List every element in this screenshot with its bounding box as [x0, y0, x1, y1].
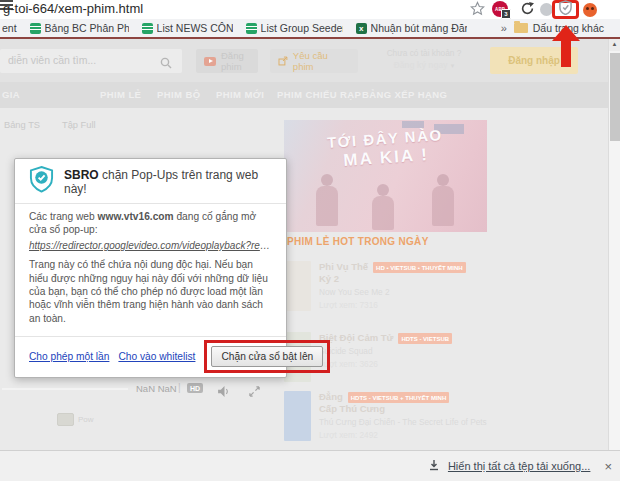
- orange-extension-icon[interactable]: [583, 3, 597, 17]
- site-header: Đăng phim Yêu cầu phim Chưa có tài khoản…: [0, 39, 608, 82]
- bookmark-item[interactable]: Bảng BC Phân Phối C: [30, 22, 129, 34]
- blocked-popup-url[interactable]: https://redirector.googlevideo.com/video…: [29, 239, 272, 252]
- download-icon: [428, 457, 440, 475]
- request-button-label: Yêu cầu phim: [293, 50, 350, 72]
- shield-check-icon: [29, 166, 54, 197]
- movie-list-item[interactable]: ĐẳngHDTS - VIETSUB + THUYẾT MINH Cấp Thú…: [284, 391, 490, 441]
- search-input[interactable]: [0, 49, 152, 66]
- bookmark-label: List Group Seeder - G: [261, 22, 343, 34]
- refresh-extension-icon[interactable]: [521, 2, 534, 15]
- nav-item-bang-xep-hang[interactable]: BẢNG XẾP HẠNG: [362, 82, 447, 108]
- movie-title: Phi Vụ Thế: [319, 261, 368, 273]
- block-popup-button[interactable]: Chặn cửa sổ bật lên: [211, 346, 323, 367]
- movie-subtitle: Now You See Me 2: [319, 287, 490, 298]
- close-downloads-bar-button[interactable]: ×: [604, 459, 612, 474]
- excel-icon: x: [356, 23, 367, 34]
- bookmark-label: ent: [2, 22, 17, 34]
- banner-title: TỚI ĐÂY NÀO MA KIA !: [284, 123, 487, 175]
- sheets-icon: [246, 23, 257, 34]
- banner-figure: [316, 186, 338, 226]
- tab-bang-ts[interactable]: Bảng TS: [4, 120, 40, 130]
- arrow-shaft: [561, 41, 571, 67]
- scrollbar[interactable]: [608, 39, 620, 450]
- quality-badge: HDTS - VIETSUB + THUYẾT MINH: [348, 392, 450, 403]
- browser-toolbar: g-toi-664/xem-phim.html ABP 3: [0, 0, 620, 19]
- show-all-downloads-link[interactable]: Hiển thị tất cả tệp tải xuống...: [448, 460, 590, 472]
- nav-item-phim-chieu-rap[interactable]: PHIM CHIẾU RẠP: [277, 82, 361, 108]
- arrow-head: [552, 25, 580, 41]
- whitelist-link[interactable]: Cho vào whitelist: [118, 351, 195, 362]
- video-player-controls: NaN NaN | HD: [0, 381, 284, 397]
- movie-thumbnail: [284, 261, 311, 311]
- popup-blocker-dialog: SBRO chặn Pop-Ups trên trang web này! Cá…: [14, 158, 287, 378]
- site-nav: GIA PHIM LẺ PHIM BỘ PHIM MỚI PHIM CHIẾU …: [0, 82, 608, 108]
- quality-badge: HD • VIETSUB • THUYẾT MINH: [373, 262, 466, 273]
- upload-movie-button[interactable]: Đăng phim: [196, 49, 258, 73]
- popup-warning-text: Trang này có thể chứa nội dung độc hại. …: [29, 258, 272, 325]
- search-icon[interactable]: [160, 55, 172, 73]
- watermark-logo: [57, 413, 74, 426]
- bookmark-label: List NEWS CÔNG NG: [157, 22, 233, 34]
- downloads-bar: Hiển thị tất cả tệp tải xuống... ×: [0, 450, 620, 481]
- search-field[interactable]: [0, 49, 182, 73]
- player-divider: |: [178, 382, 181, 393]
- bookmark-item[interactable]: List NEWS CÔNG NG: [142, 22, 233, 34]
- banner-figure: [372, 196, 394, 230]
- movie-views: Lượt xem: 7316: [319, 300, 490, 311]
- sheets-icon: [30, 23, 41, 34]
- account-question: Chưa có tài khoản ?: [372, 47, 476, 59]
- caret-down-icon: [451, 62, 455, 69]
- movie-title: Đẳng: [319, 391, 343, 403]
- hot-movie-banner[interactable]: TỚI ĐÂY NÀO MA KIA !: [284, 120, 487, 232]
- progress-bar[interactable]: [2, 388, 128, 390]
- blocked-site-name: www.vtv16.com: [98, 211, 174, 222]
- annotation-arrow-up: [552, 25, 580, 67]
- allow-once-link[interactable]: Cho phép một lần: [29, 351, 109, 362]
- scrollbar-thumb[interactable]: [610, 53, 620, 141]
- bookmark-item[interactable]: List Group Seeder - G: [246, 22, 343, 34]
- movie-thumbnail: [284, 391, 311, 441]
- register-link[interactable]: Đăng ký ngay: [394, 60, 448, 70]
- movie-subtitle: Thú Cưng Đại Chiến - The Secret Life of …: [319, 417, 490, 428]
- sheets-icon: [142, 23, 153, 34]
- nav-item-phim-le[interactable]: PHIM LẺ: [100, 82, 141, 108]
- annotation-box-block-button: Chặn cửa sổ bật lên: [204, 340, 330, 373]
- popup-brand: SBRO: [64, 168, 99, 182]
- section-heading: PHIM LẺ HOT TRONG NGÀY: [287, 236, 429, 247]
- adblock-extension-icon[interactable]: ABP 3: [492, 1, 508, 17]
- bookmark-label: Bảng BC Phân Phối C: [45, 22, 129, 34]
- page-top-divider: [0, 37, 620, 39]
- bookmark-item[interactable]: ent: [2, 22, 17, 34]
- popup-body-prefix: Các trang web: [29, 211, 98, 222]
- bookmarks-bar: ent Bảng BC Phân Phối C List NEWS CÔNG N…: [0, 19, 620, 37]
- browser-window: g-toi-664/xem-phim.html ABP 3 ent Bảng B…: [0, 0, 620, 481]
- folder-icon: [514, 23, 528, 33]
- upload-button-label: Đăng phim: [221, 50, 250, 72]
- movie-list-item[interactable]: Phi Vụ ThếHD • VIETSUB • THUYẾT MINH Kỷ …: [284, 261, 490, 311]
- register-prompt: Chưa có tài khoản ? Đăng ký ngay: [372, 47, 476, 71]
- bookmark-label: Nhuận bút mảng Đăn: [371, 22, 467, 34]
- popup-body: Các trang web www.vtv16.com đang cố gắng…: [15, 204, 286, 329]
- bookmark-star-icon[interactable]: [470, 1, 485, 16]
- address-bar[interactable]: g-toi-664/xem-phim.html: [0, 0, 468, 19]
- watermark-text: Pow: [78, 415, 94, 424]
- nav-item-phim-bo[interactable]: PHIM BỘ: [157, 82, 200, 108]
- movie-subtitle: Suicide Squad: [319, 346, 490, 357]
- popup-header: SBRO chặn Pop-Ups trên trang web này!: [15, 159, 286, 204]
- volume-icon[interactable]: [218, 383, 231, 401]
- tab-tap-full[interactable]: Tập Full: [62, 120, 96, 130]
- nav-item-phim-moi[interactable]: PHIM MỚI: [216, 82, 264, 108]
- share-icon: [278, 56, 288, 66]
- fullscreen-icon[interactable]: [249, 383, 260, 401]
- bookmark-item[interactable]: x Nhuận bút mảng Đăn: [356, 22, 467, 34]
- request-movie-button[interactable]: Yêu cầu phim: [270, 49, 358, 73]
- nav-item-quoc-gia[interactable]: GIA: [2, 82, 20, 108]
- scroll-up-button[interactable]: [609, 39, 620, 51]
- abp-badge: 3: [501, 9, 511, 19]
- popup-blocker-extension-icon[interactable]: [559, 0, 572, 19]
- hd-quality-button[interactable]: HD: [187, 383, 203, 393]
- bookmarks-overflow-chevron[interactable]: »: [501, 22, 507, 34]
- banner-figure: [432, 186, 454, 226]
- player-watermark: Pow: [57, 413, 94, 426]
- movie-title-line2: Cấp Thú Cưng: [319, 403, 490, 415]
